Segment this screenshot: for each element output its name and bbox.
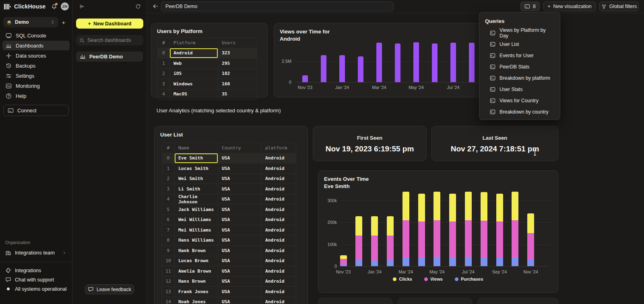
- table-cell[interactable]: 182: [218, 69, 257, 79]
- query-item-user-stats[interactable]: User Stats: [479, 84, 560, 95]
- table-cell[interactable]: USA: [218, 205, 262, 215]
- table-row[interactable]: 13Frank JonesUSAAndroid: [162, 287, 296, 297]
- legend-item-clicks[interactable]: Clicks: [393, 277, 412, 281]
- sidebar-item-backups[interactable]: Backups: [2, 61, 70, 70]
- table-cell[interactable]: Android: [262, 174, 296, 184]
- new-dashboard-button[interactable]: + New Dashboard: [76, 19, 143, 29]
- leave-feedback-button[interactable]: Leave feedback: [85, 284, 134, 294]
- table-cell[interactable]: Wei Smith: [175, 174, 218, 184]
- legend-item-purchases[interactable]: Purchases: [455, 277, 483, 281]
- table-row[interactable]: 1Web295: [158, 58, 257, 69]
- sidebar-item-dashboards[interactable]: Dashboards: [2, 41, 70, 50]
- table-cell[interactable]: Eve Smith: [175, 153, 218, 163]
- table-cell[interactable]: Windows: [170, 79, 218, 89]
- add-workspace-button[interactable]: +: [58, 19, 69, 26]
- table-cell[interactable]: USA: [218, 153, 262, 163]
- table-row[interactable]: 3Windows160: [158, 79, 257, 89]
- table-cell[interactable]: USA: [218, 215, 262, 225]
- sidebar-item-monitoring[interactable]: Monitoring: [2, 81, 70, 91]
- table-cell[interactable]: Lucas Brown: [175, 256, 218, 266]
- table-cell[interactable]: Android: [262, 205, 296, 215]
- table-row[interactable]: 8Hans WilliamsUSAAndroid: [162, 236, 296, 246]
- table-cell[interactable]: Android: [262, 184, 296, 194]
- table-row[interactable]: 0Eve SmithUSAAndroid: [162, 153, 296, 164]
- legend-item-views[interactable]: Views: [424, 277, 443, 281]
- table-cell[interactable]: Hans Williams: [175, 236, 218, 246]
- table-cell[interactable]: iOS: [170, 69, 218, 79]
- query-item-peerdb-stats[interactable]: PeerDB Stats: [479, 61, 560, 72]
- sidebar-item-sql-console[interactable]: SQL Console: [2, 31, 70, 40]
- dashboard-title-input[interactable]: [161, 2, 394, 11]
- table-cell[interactable]: Android: [170, 48, 218, 58]
- table-cell[interactable]: 160: [218, 79, 257, 89]
- table-cell[interactable]: Amelia Brown: [175, 266, 218, 276]
- table-row[interactable]: 12Hans BrownUSAAndroid: [162, 277, 296, 287]
- table-cell[interactable]: Hans Brown: [175, 277, 218, 287]
- table-row[interactable]: 5Jack WilliamsUSAAndroid: [162, 205, 296, 215]
- sidebar-item-data-sources[interactable]: Data sources: [2, 51, 70, 60]
- table-row[interactable]: 4MacOS35: [158, 89, 257, 99]
- notifications-button[interactable]: [51, 4, 57, 10]
- table-cell[interactable]: Android: [262, 297, 296, 304]
- table-cell[interactable]: Android: [262, 163, 296, 174]
- table-row[interactable]: 1Lucas SmithUSAAndroid: [162, 163, 296, 174]
- table-cell[interactable]: Charlie Johnson: [175, 194, 218, 205]
- table-cell[interactable]: USA: [218, 277, 262, 287]
- query-item-breakdown-by-platform[interactable]: Breakdown by platform: [479, 72, 560, 84]
- avatar[interactable]: ZN: [61, 2, 69, 10]
- sidebar-item-integrations[interactable]: Integrations: [2, 266, 70, 275]
- new-visualization-button[interactable]: + New visualization: [543, 2, 596, 11]
- search-dashboards-input[interactable]: [87, 37, 136, 43]
- table-cell[interactable]: Android: [262, 256, 296, 266]
- table-cell[interactable]: Android: [262, 194, 296, 205]
- table-cell[interactable]: MacOS: [170, 89, 218, 99]
- table-row[interactable]: 7Mei WilliamsUSAAndroid: [162, 225, 296, 236]
- table-cell[interactable]: Web: [170, 58, 218, 68]
- table-cell[interactable]: Frank Jones: [175, 287, 218, 297]
- refresh-icon[interactable]: [135, 4, 141, 9]
- table-cell[interactable]: USA: [218, 184, 262, 194]
- table-row[interactable]: 6Wei WilliamsUSAAndroid: [162, 215, 296, 225]
- table-cell[interactable]: USA: [218, 287, 262, 297]
- table-cell[interactable]: Lucas Smith: [175, 163, 218, 174]
- table-row[interactable]: 2Wei SmithUSAAndroid: [162, 174, 296, 184]
- table-row[interactable]: 11Amelia BrownUSAAndroid: [162, 266, 296, 277]
- query-item-events-for-user[interactable]: Events for User: [479, 50, 560, 61]
- sidebar-item-all-systems-operational[interactable]: All systems operational: [2, 284, 70, 294]
- table-cell[interactable]: Android: [262, 236, 296, 246]
- table-cell[interactable]: USA: [218, 225, 262, 235]
- table-cell[interactable]: Android: [262, 215, 296, 225]
- query-item-user-list[interactable]: User List: [479, 39, 560, 50]
- table-cell[interactable]: USA: [218, 246, 262, 256]
- table-cell[interactable]: Android: [262, 246, 296, 256]
- sidebar-item-help[interactable]: Help: [2, 91, 70, 101]
- global-filters-button[interactable]: Global filters: [599, 2, 639, 11]
- table-row[interactable]: 9Hank BrownUSAAndroid: [162, 246, 296, 256]
- sidebar-item-integrations-team[interactable]: Integrations team: [2, 248, 70, 258]
- query-item-views-by-platform-by-day[interactable]: Views by Platform by Day: [479, 27, 560, 39]
- table-cell[interactable]: 35: [218, 89, 257, 99]
- dashboard-item-peerdb-demo[interactable]: PeerDB Demo: [76, 52, 143, 62]
- table-row[interactable]: 4Charlie JohnsonUSAAndroid: [162, 194, 296, 205]
- table-cell[interactable]: Wei Williams: [175, 215, 218, 225]
- table-cell[interactable]: USA: [218, 266, 262, 276]
- table-row[interactable]: 3Li SmithUSAAndroid: [162, 184, 296, 194]
- table-cell[interactable]: Jack Williams: [175, 205, 218, 215]
- table-row[interactable]: 2iOS182: [158, 69, 257, 79]
- collapse-sidebar-icon[interactable]: [79, 4, 85, 9]
- back-arrow-icon[interactable]: [153, 3, 159, 9]
- connect-button[interactable]: Connect: [3, 105, 69, 116]
- table-cell[interactable]: USA: [218, 236, 262, 246]
- table-cell[interactable]: 295: [218, 58, 257, 68]
- table-cell[interactable]: USA: [218, 194, 262, 205]
- sidebar-item-settings[interactable]: Settings: [2, 71, 70, 81]
- table-row[interactable]: 10Lucas BrownUSAAndroid: [162, 256, 296, 267]
- table-cell[interactable]: Noah Jones: [175, 297, 218, 304]
- query-item-breakdown-by-country[interactable]: Breakdown by country: [479, 106, 560, 118]
- table-cell[interactable]: 323: [218, 48, 257, 58]
- table-row[interactable]: 14Noah JonesUSAAndroid: [162, 297, 296, 304]
- table-cell[interactable]: USA: [218, 256, 262, 266]
- sidebar-item-chat-with-support[interactable]: Chat with support: [2, 275, 70, 284]
- table-cell[interactable]: Android: [262, 225, 296, 235]
- table-cell[interactable]: Android: [262, 153, 296, 163]
